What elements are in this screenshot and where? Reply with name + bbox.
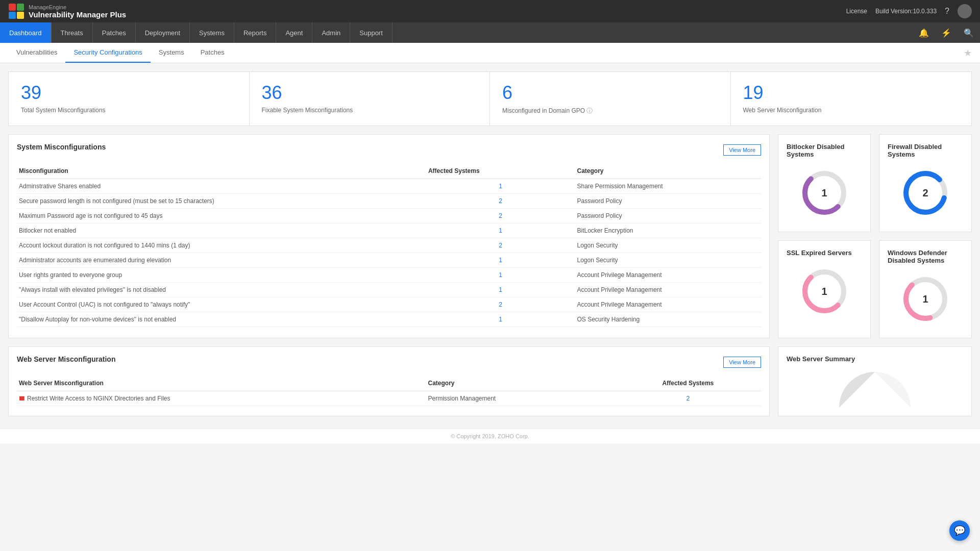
footer-text: © Copyright 2019, ZOHO Corp. [451,433,529,439]
affected-cell[interactable]: 1 [426,268,575,283]
brand-name: ManageEngine [29,4,126,10]
col-header-ws-misc: Web Server Misconfiguration [17,375,426,391]
ws-affected-cell[interactable]: 2 [615,391,761,406]
category-cell: OS Security Hardening [575,312,761,327]
nav-bar: Dashboard Threats Patches Deployment Sys… [0,22,980,43]
nav-agent[interactable]: Agent [276,22,312,43]
affected-cell[interactable]: 2 [426,209,575,223]
misc-cell: Adminstrative Shares enabled [17,179,426,194]
sys-misc-thead: Misconfiguration Affected Systems Catego… [17,163,761,179]
web-server-misc-title: Web Server Misconfiguration [17,355,115,363]
sys-misc-view-more[interactable]: View More [723,144,761,156]
table-row: Bitlocker not enabled 1 BitLocker Encryp… [17,223,761,238]
table-row: Maximum Password age is not configured t… [17,209,761,223]
table-row: "Always install with elevated privileges… [17,283,761,297]
firewall-donut: 2 [900,167,951,218]
sub-nav-systems[interactable]: Systems [151,43,192,63]
col-header-affected: Affected Systems [426,163,575,179]
nav-threats[interactable]: Threats [52,22,93,43]
help-icon[interactable]: ? [945,7,949,16]
sub-nav-patches[interactable]: Patches [192,43,233,63]
error-icon: ⯀ [19,395,25,402]
web-server-misc-header: Web Server Misconfiguration View More [17,355,761,369]
stat-web-server: 19 Web Server Misconfiguration [731,72,972,126]
stat-label-gpo: Misconfigured in Domain GPO ⓘ [502,107,718,115]
ssl-value: 1 [821,286,827,297]
table-row: Secure password length is not configured… [17,194,761,209]
logo-text: ManageEngine Vulnerability Manager Plus [29,4,126,19]
misc-cell: Maximum Password age is not configured t… [17,209,426,223]
nav-deployment[interactable]: Deployment [136,22,190,43]
windows-defender-donut: 1 [900,273,951,324]
col-header-misc: Misconfiguration [17,163,426,179]
bitlocker-card: Bitlocker Disabled Systems 1 [778,134,871,232]
misc-cell: Administrator accounts are enumerated du… [17,253,426,268]
search-icon[interactable]: 🔍 [958,28,980,38]
table-row: Adminstrative Shares enabled 1 Share Per… [17,179,761,194]
affected-cell[interactable]: 1 [426,223,575,238]
affected-cell[interactable]: 2 [426,238,575,253]
logo-area: ManageEngine Vulnerability Manager Plus [8,3,126,19]
stat-number-web: 19 [743,82,960,104]
right-charts-panel: Bitlocker Disabled Systems 1 Firewall Di… [778,134,972,338]
stat-label-fixable: Fixable System Misconfigurations [262,107,478,114]
web-server-misc-thead: Web Server Misconfiguration Category Aff… [17,375,761,391]
favorite-icon[interactable]: ★ [964,47,972,59]
misc-cell: Account lockout duration is not configur… [17,238,426,253]
nav-dashboard[interactable]: Dashboard [0,22,52,43]
affected-cell[interactable]: 1 [426,312,575,327]
stat-number-fixable: 36 [262,82,478,104]
windows-defender-value: 1 [922,293,928,305]
stat-number-total: 39 [21,82,237,104]
product-name: Vulnerability Manager Plus [29,10,126,19]
category-cell: Password Policy [575,194,761,209]
stat-domain-gpo: 6 Misconfigured in Domain GPO ⓘ [490,72,731,126]
category-cell: BitLocker Encryption [575,223,761,238]
stat-label-total: Total System Misconfigurations [21,107,237,114]
ssl-title: SSL Expired Servers [787,249,852,257]
nav-patches[interactable]: Patches [93,22,136,43]
category-cell: Account Privilege Management [575,283,761,297]
sys-misc-title: System Misconfigurations [17,143,106,151]
system-misconfigurations-card: System Misconfigurations View More Misco… [8,134,770,338]
windows-defender-chart: 1 [888,268,963,330]
bell-icon[interactable]: 🔔 [913,28,935,38]
table-row: User rights granted to everyone group 1 … [17,268,761,283]
sub-nav-vulnerabilities[interactable]: Vulnerabilities [8,43,65,63]
web-server-summary-card: Web Server Summary [778,346,972,416]
firewall-value: 2 [922,187,928,199]
affected-cell[interactable]: 2 [426,194,575,209]
sys-misc-table: Misconfiguration Affected Systems Catego… [17,163,761,327]
sys-misc-tbody: Adminstrative Shares enabled 1 Share Per… [17,179,761,327]
top-bar: ManageEngine Vulnerability Manager Plus … [0,0,980,22]
sub-nav-security-configs[interactable]: Security Configurations [65,43,150,63]
col-header-ws-category: Category [426,375,615,391]
svg-rect-2 [9,12,16,19]
logo-icon [8,3,24,19]
misc-cell: Bitlocker not enabled [17,223,426,238]
nav-reports[interactable]: Reports [234,22,277,43]
stat-number-gpo: 6 [502,82,718,104]
affected-cell[interactable]: 1 [426,253,575,268]
nav-systems[interactable]: Systems [190,22,234,43]
avatar[interactable] [958,4,972,18]
affected-cell[interactable]: 1 [426,179,575,194]
table-row: Administrator accounts are enumerated du… [17,253,761,268]
lightning-icon[interactable]: ⚡ [935,28,958,38]
ssl-donut: 1 [799,266,850,317]
sub-nav: Vulnerabilities Security Configurations … [0,43,980,63]
nav-support[interactable]: Support [350,22,393,43]
firewall-card: Firewall Disabled Systems 2 [879,134,972,232]
svg-rect-3 [17,12,24,19]
web-server-misc-view-more[interactable]: View More [723,357,761,368]
ws-misc-cell: ⯀Restrict Write Access to NGINX Director… [17,391,426,406]
nav-admin[interactable]: Admin [312,22,350,43]
license-label[interactable]: License [846,8,867,15]
affected-cell[interactable]: 1 [426,283,575,297]
web-server-summary-title: Web Server Summary [787,355,855,363]
ws-summary-svg [798,367,951,408]
affected-cell[interactable]: 2 [426,297,575,312]
web-server-misc-header-row: Web Server Misconfiguration Category Aff… [17,375,761,391]
card-header: System Misconfigurations View More [17,143,761,157]
svg-rect-0 [9,4,16,11]
